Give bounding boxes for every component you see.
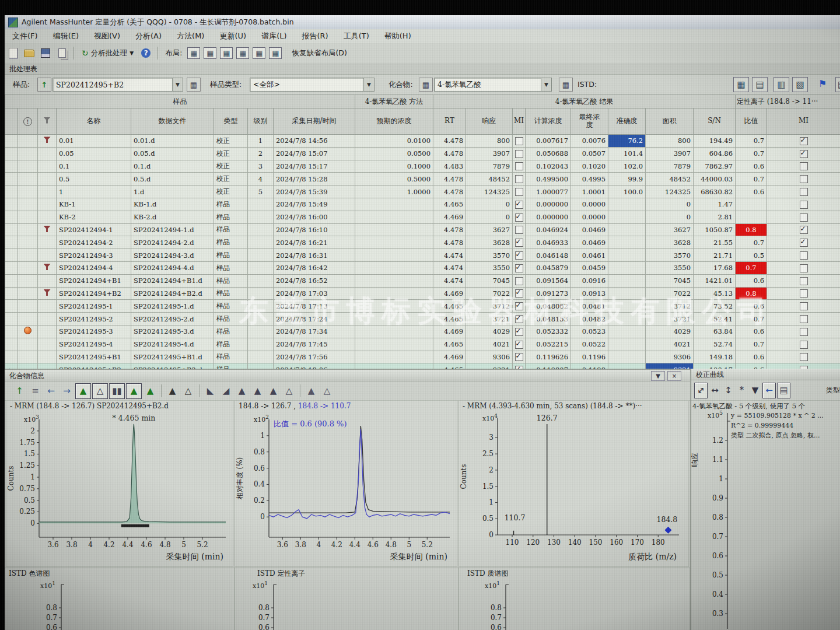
menu-item-工具[interactable]: 工具(T) [336,31,377,41]
type-cell[interactable]: 校正 [214,135,248,148]
mi-checkbox[interactable] [515,137,523,145]
alert-cell[interactable] [18,186,38,198]
datafile-cell[interactable]: SP202412495-3.d [131,325,214,338]
level-cell[interactable]: 4 [248,173,274,186]
expected-conc-cell[interactable] [355,211,433,223]
table-row[interactable]: SP202412494-1SP202412494-1.d样品2024/7/8 1… [5,223,840,236]
area-cell[interactable]: 3570 [646,249,694,262]
mi-checkbox[interactable] [515,341,523,349]
boxed-peak-icon[interactable]: ▲ [126,383,142,399]
mi-checkbox[interactable] [800,341,808,349]
mi2-checkbox-cell[interactable] [767,186,840,198]
rt-cell[interactable]: 4.478 [433,135,466,148]
datetime-cell[interactable]: 2024/7/8 16:00 [274,211,355,223]
level-cell[interactable]: 5 [248,186,274,198]
mi2-checkbox-cell[interactable] [767,249,840,262]
level-cell[interactable] [248,211,274,223]
mi-checkbox[interactable] [800,251,808,260]
type-cell[interactable]: 样品 [214,211,248,223]
table-row[interactable]: SP202412494+B1SP202412494+B1.d样品2024/7/8… [5,274,840,287]
alt-peak-icon[interactable]: △ [320,384,334,398]
rt-cell[interactable]: 4.474 [433,249,466,262]
mi-checkbox[interactable] [515,201,523,209]
name-cell[interactable]: KB-1 [57,198,131,211]
rt-cell[interactable]: 4.474 [433,261,466,274]
row-select-cell[interactable] [5,223,18,236]
mi-checkbox-cell[interactable] [513,198,526,211]
col-accuracy[interactable]: 准确度 [608,108,646,135]
analyze-batch-button[interactable]: ↻ 分析批处理 ▼ [78,47,138,60]
col-level[interactable]: 级别 [248,108,274,135]
calc-conc-cell[interactable]: 1.000077 [526,186,571,198]
batch-table[interactable]: 样品4-氯苯氧乙酸 方法4-氯苯氧乙酸 结果定性离子 (184.8 -> 11·… [5,94,840,376]
row-select-cell[interactable] [5,249,18,262]
table-row[interactable]: 0.50.5.d校正42024/7/8 15:280.50004.4784845… [5,173,840,186]
rt-cell[interactable]: 4.474 [433,274,466,287]
menu-item-报告[interactable]: 报告(R) [295,31,336,41]
final-conc-cell[interactable]: 0.1020 [571,160,608,173]
layout-grid-icon[interactable]: ▦ [236,47,249,59]
table-row[interactable]: SP202412494-4SP202412494-4.d样品2024/7/8 1… [5,261,840,274]
mi-checkbox-cell[interactable] [513,160,526,173]
baseline-drop-icon[interactable]: ▲ [266,384,281,398]
filter-cell[interactable] [38,160,57,173]
response-cell[interactable]: 124325 [466,186,513,198]
col-final-conc[interactable]: 最终浓度 [571,108,608,135]
mi-checkbox[interactable] [515,277,523,285]
menu-item-方法[interactable]: 方法(M) [169,31,212,41]
calc-conc-cell[interactable]: 0.046924 [526,223,571,236]
sample-nav-icon[interactable]: ↑ [37,78,51,92]
table-sort-icon[interactable]: ▤ [752,77,768,92]
filter-cell[interactable] [38,211,57,223]
calc-conc-cell[interactable]: 0.000000 [526,211,571,223]
rt-cell[interactable]: 4.478 [433,223,466,236]
mi-checkbox[interactable] [800,289,808,298]
mi-checkbox[interactable] [515,353,523,361]
mi2-checkbox-cell[interactable] [767,223,840,236]
expected-conc-cell[interactable]: 0.1000 [355,160,433,173]
filter-cell[interactable] [38,325,57,338]
mi2-checkbox-cell[interactable] [767,261,840,274]
mi2-checkbox-cell[interactable] [767,274,840,287]
manual-integration-icon[interactable]: ▲ [165,384,180,398]
accuracy-cell[interactable] [608,274,646,287]
datafile-cell[interactable]: SP202412494+B2.d [131,287,214,300]
baseline-snap-icon[interactable]: △ [282,384,296,398]
name-cell[interactable]: 0.1 [57,160,131,173]
area-cell[interactable]: 4021 [646,338,694,351]
type-cell[interactable]: 样品 [214,274,248,287]
chevron-down-icon[interactable]: ▼ [541,78,551,91]
ratio-cell[interactable]: 0.7 [736,338,767,351]
mi-checkbox[interactable] [515,214,523,222]
level-cell[interactable]: 1 [248,135,274,148]
col-calc-conc[interactable]: 计算浓度 [526,108,571,135]
expected-conc-cell[interactable] [355,236,433,249]
alert-cell[interactable] [18,147,38,160]
col-datafile[interactable]: 数据文件 [131,108,214,135]
mi-checkbox[interactable] [515,188,523,196]
datetime-cell[interactable]: 2024/7/8 16:10 [274,223,355,236]
level-cell[interactable] [248,249,274,262]
sn-cell[interactable]: 194.49 [694,135,736,148]
row-select-cell[interactable] [5,351,18,363]
mi-checkbox[interactable] [800,328,808,336]
mi-checkbox-cell[interactable] [513,211,526,223]
response-cell[interactable]: 7045 [466,274,513,287]
table-row[interactable]: 11.d校正52024/7/8 15:391.00004.4781243251.… [5,186,840,198]
accuracy-cell[interactable]: 76.2 [608,135,646,148]
calc-conc-cell[interactable]: 0.045879 [526,261,571,274]
filter-cell[interactable] [38,249,57,262]
ratio-cell[interactable]: 0.7 [736,147,767,160]
calc-conc-cell[interactable]: 0.046148 [526,249,571,262]
calc-conc-cell[interactable]: 0.046933 [526,236,571,249]
table-row[interactable]: SP202412494-3SP202412494-3.d样品2024/7/8 1… [5,249,840,262]
filter-cell[interactable] [38,186,57,198]
layout-table-icon[interactable]: ▦ [187,47,200,59]
menu-item-帮助[interactable]: 帮助(H) [377,31,419,41]
filter-cell[interactable] [38,147,57,160]
search-peak-icon[interactable]: ▲ [304,384,318,398]
fit-y-icon[interactable]: ↕ [722,383,734,398]
accuracy-cell[interactable] [608,198,646,211]
datafile-cell[interactable]: 0.1.d [131,160,214,173]
filter-cell[interactable] [38,198,57,211]
